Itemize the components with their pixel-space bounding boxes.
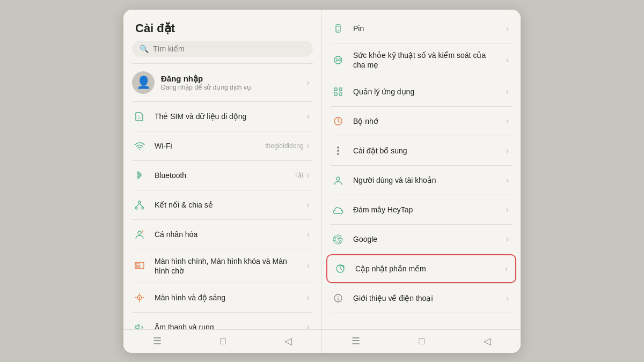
svg-rect-24 [334,88,337,91]
screen-main-chevron: › [307,261,310,271]
settings-item-display[interactable]: Màn hình và độ sáng › [123,283,321,312]
nav-home-left[interactable]: □ [220,336,226,347]
user-label: Người dùng và tài khoản [353,176,436,184]
info-right: › [506,293,509,303]
health-label-wrap: Sức khỏe kỹ thuật số và kiểm soát của ch… [353,50,499,70]
update-chevron: › [505,264,508,274]
search-icon: 🔍 [140,45,149,53]
display-chevron: › [307,293,310,302]
nav-menu-left[interactable]: ☰ [153,335,162,347]
settings-item-info[interactable]: Giới thiệu về điện thoại › [322,284,521,313]
storage-label-wrap: Bộ nhớ [353,116,499,126]
rdiv9 [331,313,512,313]
settings-item-google[interactable]: Google › [322,225,521,254]
phone-container: Cài đặt 🔍 👤 Đăng nhập Đăng nhập để sử dụ… [123,10,521,353]
health-label: Sức khỏe kỹ thuật số và kiểm soát của ch… [353,51,486,69]
extra-label-wrap: Cài đặt bổ sung [353,146,499,156]
storage-right: › [506,116,509,126]
pin-chevron: › [506,24,509,33]
connect-chevron: › [307,200,310,210]
update-label-wrap: Cập nhật phần mềm [355,264,497,274]
settings-item-user[interactable]: Người dùng và tài khoản › [322,166,521,195]
bottom-nav-left: ☰ □ ◁ [123,329,321,353]
display-right: › [307,293,310,302]
user-avatar-icon: 👤 [136,76,151,90]
settings-item-connect[interactable]: Kết nối & chia sẻ › [123,190,321,219]
google-icon [331,232,346,247]
settings-item-cloud[interactable]: Đám mây HeyTap › [322,195,521,224]
cloud-label: Đám mây HeyTap [353,205,413,214]
nav-back-left[interactable]: ◁ [284,335,292,347]
extra-right: › [506,146,509,156]
svg-rect-27 [339,93,342,95]
nav-menu-right[interactable]: ☰ [352,335,360,347]
cloud-chevron: › [506,205,509,215]
screen-main-label: Màn hình chính, Màn hình khóa và Màn hìn… [155,257,287,275]
user-icon [331,173,346,188]
settings-item-sim[interactable]: 1↑ Thẻ SIM và dữ liệu di động › [123,102,321,131]
wifi-label: Wi-Fi [155,142,172,150]
apps-chevron: › [506,87,509,97]
pin-right: › [506,24,509,33]
wifi-chevron: › [307,141,310,151]
settings-item-wifi[interactable]: Wi-Fi thegioididong › [123,131,321,160]
settings-item-update[interactable]: Cập nhật phần mềm › [326,254,516,283]
avatar: 👤 [132,71,155,94]
storage-icon [331,114,346,129]
sound-right: › [307,322,310,329]
settings-item-bluetooth[interactable]: Bluetooth Tắt › [123,161,321,190]
login-subtitle: Đăng nhập để sử dụng dịch vụ. [161,84,301,91]
settings-item-health[interactable]: Sức khỏe kỹ thuật số và kiểm soát của ch… [322,43,521,77]
connect-right: › [307,200,310,210]
bt-value: Tắt [294,172,304,179]
display-label-wrap: Màn hình và độ sáng [155,293,299,302]
apps-label: Quản lý ứng dụng [353,87,414,96]
sim-right: › [307,112,310,121]
settings-item-extra[interactable]: Cài đặt bổ sung › [322,136,521,165]
nav-back-right[interactable]: ◁ [484,335,491,347]
settings-item-storage[interactable]: Bộ nhớ › [322,107,521,136]
apps-icon [331,84,346,99]
search-bar[interactable]: 🔍 [132,41,313,57]
connect-icon [132,197,147,212]
svg-point-3 [135,207,137,209]
sim-label-wrap: Thẻ SIM và dữ liệu di động [155,112,299,121]
connect-label-wrap: Kết nối & chia sẻ [155,200,299,210]
personal-right: › [307,230,310,239]
search-input[interactable] [153,45,305,53]
user-chevron: › [506,175,509,185]
health-right: › [506,55,509,65]
sim-icon: 1↑ [132,109,147,124]
wifi-right: thegioididong › [265,141,310,151]
cloud-label-wrap: Đám mây HeyTap [353,205,499,215]
svg-point-4 [142,207,144,209]
pin-icon [331,21,346,36]
bt-chevron: › [307,171,310,180]
settings-item-sound[interactable]: Âm thanh và rung › [123,313,321,329]
settings-item-apps[interactable]: Quản lý ứng dụng › [322,77,521,106]
svg-rect-26 [334,93,337,95]
svg-point-1 [139,149,140,150]
sound-chevron: › [307,322,310,329]
settings-item-screen-main[interactable]: Màn hình chính, Màn hình khóa và Màn hìn… [123,249,321,283]
info-icon [331,291,346,306]
personal-chevron: › [307,230,310,239]
settings-item-pin[interactable]: Pin › [322,14,521,43]
screen-main-icon [132,258,147,274]
health-icon [331,53,346,68]
login-row[interactable]: 👤 Đăng nhập Đăng nhập để sử dụng dịch vụ… [123,64,321,101]
svg-point-29 [337,150,339,152]
sim-chevron: › [307,112,310,121]
wifi-icon [132,138,147,153]
settings-item-personal[interactable]: Cá nhân hóa › [123,220,321,249]
update-right: › [505,264,508,274]
svg-rect-25 [339,88,342,91]
bluetooth-icon [132,168,147,183]
bt-right: Tắt › [294,171,310,180]
display-icon [132,290,147,305]
login-title: Đăng nhập [161,74,301,84]
right-settings-list: Pin › Sức khỏe kỹ thuật [322,10,521,329]
google-chevron: › [506,234,509,244]
bt-label: Bluetooth [155,171,186,180]
nav-home-right[interactable]: □ [419,336,425,347]
